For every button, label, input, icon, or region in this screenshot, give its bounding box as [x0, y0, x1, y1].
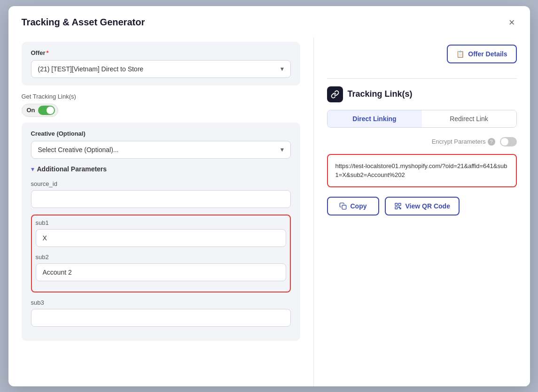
svg-rect-0: [342, 205, 346, 209]
svg-rect-5: [400, 208, 401, 209]
creative-field-group: Creative (Optional) Select Creative (Opt…: [31, 130, 291, 159]
encrypt-help-icon[interactable]: ?: [488, 138, 495, 146]
svg-rect-2: [398, 203, 401, 206]
tab-direct-linking[interactable]: Direct Linking: [327, 110, 422, 127]
modal-title: Tracking & Asset Generator: [22, 17, 145, 28]
encrypt-row: Encrypt Parameters ?: [327, 137, 517, 146]
offer-select[interactable]: (21) [TEST][Vietnam] Direct to Store: [31, 60, 291, 78]
tracking-toggle-section: Get Tracking Link(s) On: [22, 93, 300, 117]
offer-details-button[interactable]: 📋 Offer Details: [447, 45, 516, 63]
modal-header: Tracking & Asset Generator ×: [8, 6, 530, 37]
right-panel: 📋 Offer Details Tracking Link(s): [314, 37, 530, 386]
toggle-slider: [38, 106, 55, 115]
sub3-label: sub3: [31, 299, 291, 306]
tracking-url-box: https://test-localstore01.myshopify.com/…: [327, 154, 517, 187]
chevron-icon: ▾: [31, 165, 34, 173]
additional-params-header[interactable]: ▾ Additional Parameters: [31, 165, 291, 173]
sub2-input[interactable]: [36, 263, 286, 281]
left-panel: Offer* (21) [TEST][Vietnam] Direct to St…: [8, 37, 314, 386]
tab-buttons: Direct Linking Redirect Link: [327, 110, 517, 128]
link-icon: [327, 86, 343, 102]
toggle-row: On: [22, 104, 300, 117]
creative-select-wrapper: Select Creative (Optional)... ▼: [31, 141, 291, 159]
action-buttons: Copy View QR Code: [327, 197, 517, 215]
offer-label: Offer*: [31, 49, 291, 56]
encrypt-toggle[interactable]: [500, 137, 517, 146]
offer-section-card: Offer* (21) [TEST][Vietnam] Direct to St…: [22, 42, 300, 85]
encrypt-slider: [500, 137, 517, 146]
offer-details-icon: 📋: [456, 50, 464, 58]
sub1-label: sub1: [36, 219, 286, 226]
sub3-field-group: sub3: [31, 299, 291, 327]
encrypt-label: Encrypt Parameters ?: [432, 138, 495, 146]
sub1-sub2-highlight-box: sub1 sub2: [31, 215, 291, 292]
source-id-input[interactable]: [31, 190, 291, 208]
sub1-field-group: sub1: [36, 219, 286, 247]
tracking-links-title: Tracking Link(s): [348, 89, 413, 99]
svg-rect-1: [395, 203, 398, 206]
offer-select-wrapper: (21) [TEST][Vietnam] Direct to Store ▼: [31, 60, 291, 78]
qr-icon: [394, 202, 402, 210]
source-id-label: source_id: [31, 180, 291, 187]
svg-rect-4: [398, 207, 399, 208]
copy-icon: [339, 202, 347, 210]
offer-details-row: 📋 Offer Details: [327, 45, 517, 71]
svg-rect-3: [395, 207, 398, 209]
tracking-url-text: https://test-localstore01.myshopify.com/…: [335, 162, 507, 179]
params-card: Creative (Optional) Select Creative (Opt…: [22, 123, 300, 341]
view-qr-label: View QR Code: [405, 202, 450, 210]
sub3-input[interactable]: [31, 309, 291, 327]
toggle-on-label: On: [25, 107, 35, 114]
additional-params-label: Additional Parameters: [37, 165, 107, 173]
sub2-label: sub2: [36, 254, 286, 261]
creative-select[interactable]: Select Creative (Optional)...: [31, 141, 291, 159]
divider: [327, 78, 517, 79]
tab-redirect-link[interactable]: Redirect Link: [422, 110, 516, 127]
close-button[interactable]: ×: [507, 15, 517, 30]
tracking-toggle-label: Get Tracking Link(s): [22, 93, 300, 100]
tracking-links-title-row: Tracking Link(s): [327, 86, 517, 102]
copy-label: Copy: [351, 202, 367, 210]
source-id-field-group: source_id: [31, 180, 291, 208]
required-star: *: [47, 49, 49, 56]
modal-overlay: Tracking & Asset Generator × Offer* (21)…: [0, 0, 538, 392]
modal-body: Offer* (21) [TEST][Vietnam] Direct to St…: [8, 37, 530, 386]
sub1-input[interactable]: [36, 229, 286, 247]
view-qr-button[interactable]: View QR Code: [385, 197, 460, 215]
copy-button[interactable]: Copy: [327, 197, 379, 215]
modal: Tracking & Asset Generator × Offer* (21)…: [8, 6, 530, 386]
offer-details-label: Offer Details: [468, 50, 507, 58]
toggle-container: On: [22, 104, 58, 117]
sub2-field-group: sub2: [36, 254, 286, 281]
creative-label: Creative (Optional): [31, 130, 291, 137]
tracking-toggle-switch[interactable]: [38, 106, 55, 115]
tracking-links-section: Tracking Link(s) Direct Linking Redirect…: [327, 86, 517, 215]
